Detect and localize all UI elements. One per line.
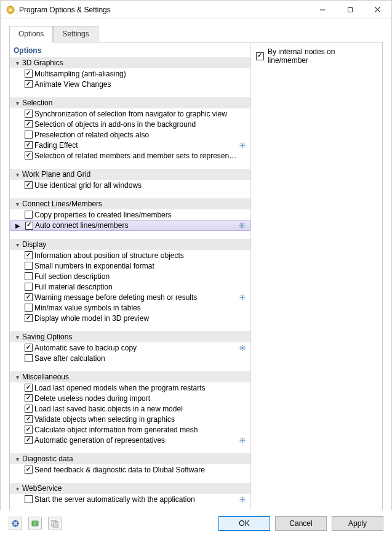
option-checkbox[interactable] [25, 314, 33, 322]
group-header[interactable]: ▾Work Plane and Grid [10, 169, 250, 180]
option-checkbox[interactable] [25, 80, 33, 88]
option-row[interactable]: Validate objects when selecting in graph… [10, 414, 250, 424]
option-checkbox[interactable] [25, 394, 33, 402]
svg-line-23 [240, 227, 241, 227]
group-header[interactable]: ▾Miscellaneous [10, 371, 250, 382]
gear-icon[interactable] [239, 294, 246, 301]
option-checkbox[interactable] [25, 211, 33, 219]
option-label: Automatic save to backup copy [34, 344, 237, 352]
svg-line-41 [241, 349, 241, 350]
tab-options[interactable]: Options [9, 26, 53, 42]
options-tree[interactable]: ▾3D GraphicsMultisampling (anti-aliasing… [10, 57, 250, 517]
option-row[interactable]: Automatic generation of representatives [10, 435, 250, 445]
option-checkbox[interactable] [25, 283, 33, 291]
svg-point-24 [241, 296, 244, 299]
option-row[interactable]: Information about position of structure … [10, 250, 250, 260]
detail-checkbox[interactable] [256, 52, 264, 60]
option-row[interactable]: Selection of objects in add-ons in the b… [10, 119, 250, 129]
option-checkbox[interactable] [25, 222, 33, 230]
option-checkbox[interactable] [25, 405, 33, 413]
group-header[interactable]: ▾Saving Options [10, 331, 250, 342]
option-row[interactable]: Synchronization of selection from naviga… [10, 108, 250, 119]
option-row[interactable]: Full section description [10, 271, 250, 281]
option-checkbox[interactable] [25, 120, 33, 128]
option-row[interactable]: Selection of related members and member … [10, 150, 250, 161]
svg-line-29 [241, 295, 241, 296]
option-checkbox[interactable] [25, 344, 33, 352]
option-checkbox[interactable] [25, 181, 33, 189]
detail-option-row[interactable]: By internal nodes on line/member [256, 46, 377, 66]
option-checkbox[interactable] [25, 251, 33, 259]
tab-settings[interactable]: Settings [53, 26, 98, 42]
option-label: Calculate object information from genera… [34, 426, 237, 434]
option-checkbox[interactable] [25, 426, 33, 434]
ok-button[interactable]: OK [218, 516, 270, 531]
option-row[interactable]: ▶Auto connect lines/members [10, 220, 250, 231]
option-row[interactable]: Warning message before deleting mesh or … [10, 292, 250, 302]
option-row[interactable]: Calculate object information from genera… [10, 424, 250, 435]
option-label: Selection of related members and member … [34, 151, 237, 160]
option-checkbox[interactable] [25, 304, 33, 312]
option-row[interactable]: Min/max value symbols in tables [10, 302, 250, 313]
option-checkbox[interactable] [25, 131, 33, 139]
option-row[interactable]: Delete useless nodes during import [10, 393, 250, 403]
help-icon-button[interactable] [9, 517, 22, 530]
gear-icon[interactable] [239, 142, 246, 148]
panel-title: Options [10, 42, 250, 57]
option-row[interactable]: Automatic save to backup copy [10, 342, 250, 353]
maximize-button[interactable] [336, 1, 364, 18]
chevron-down-icon: ▾ [12, 201, 22, 208]
option-row[interactable]: Fading Effect [10, 140, 250, 150]
option-row[interactable]: Preselection of related objects also [10, 129, 250, 140]
option-row[interactable]: Send feedback & diagnostic data to Dluba… [10, 464, 250, 475]
option-checkbox[interactable] [25, 293, 33, 301]
window-title: Program Options & Settings [19, 6, 308, 14]
group-header[interactable]: ▾Connect Lines/Members [10, 198, 250, 209]
option-row[interactable]: Save after calculation [10, 353, 250, 363]
option-checkbox[interactable] [25, 110, 33, 118]
option-row[interactable]: Full material description [10, 281, 250, 292]
group-header[interactable]: ▾WebService [10, 483, 250, 494]
option-row[interactable]: Use identical grid for all windows [10, 180, 250, 190]
cancel-button[interactable]: Cancel [275, 516, 327, 531]
gear-icon[interactable] [239, 496, 246, 503]
option-label: Selection of objects in add-ons in the b… [34, 120, 237, 129]
option-checkbox[interactable] [25, 272, 33, 280]
group-header[interactable]: ▾3D Graphics [10, 57, 250, 68]
option-row[interactable]: Animate View Changes [10, 79, 250, 89]
gear-icon[interactable] [239, 345, 246, 351]
minimize-button[interactable] [308, 1, 336, 18]
gear-icon[interactable] [239, 437, 246, 443]
option-checkbox[interactable] [25, 466, 33, 474]
option-row[interactable]: Load last opened models when the program… [10, 382, 250, 393]
option-checkbox[interactable] [25, 436, 33, 444]
option-row[interactable]: Display whole model in 3D preview [10, 313, 250, 323]
copy-icon-button[interactable] [48, 517, 62, 530]
svg-point-33 [241, 347, 244, 349]
option-row[interactable]: Copy properties to created lines/members [10, 209, 250, 220]
option-checkbox[interactable] [25, 354, 33, 362]
units-icon-button[interactable]: 0,00 [28, 517, 42, 530]
detail-panel: By internal nodes on line/member [251, 42, 382, 517]
group-label: Connect Lines/Members [22, 200, 102, 208]
option-checkbox[interactable] [25, 384, 33, 392]
option-checkbox[interactable] [25, 70, 33, 78]
gear-icon[interactable] [239, 222, 245, 228]
option-checkbox[interactable] [25, 141, 33, 149]
option-row[interactable]: Start the server automatically with the … [10, 494, 250, 504]
group-header[interactable]: ▾Display [10, 239, 250, 250]
option-row[interactable]: Multisampling (anti-aliasing) [10, 68, 250, 79]
option-label: Load last opened models when the program… [34, 384, 237, 392]
option-checkbox[interactable] [25, 262, 33, 270]
option-checkbox[interactable] [25, 151, 33, 159]
close-button[interactable] [364, 1, 391, 18]
option-checkbox[interactable] [25, 415, 33, 423]
svg-line-11 [241, 143, 241, 143]
group-header[interactable]: ▾Selection [10, 97, 250, 108]
option-checkbox[interactable] [25, 495, 33, 503]
option-row[interactable]: Load last saved basic objects in a new m… [10, 403, 250, 414]
option-row[interactable]: Small numbers in exponential format [10, 260, 250, 271]
apply-button[interactable]: Apply [332, 516, 383, 531]
group-header[interactable]: ▾Diagnostic data [10, 453, 250, 464]
option-label: Save after calculation [34, 354, 237, 363]
